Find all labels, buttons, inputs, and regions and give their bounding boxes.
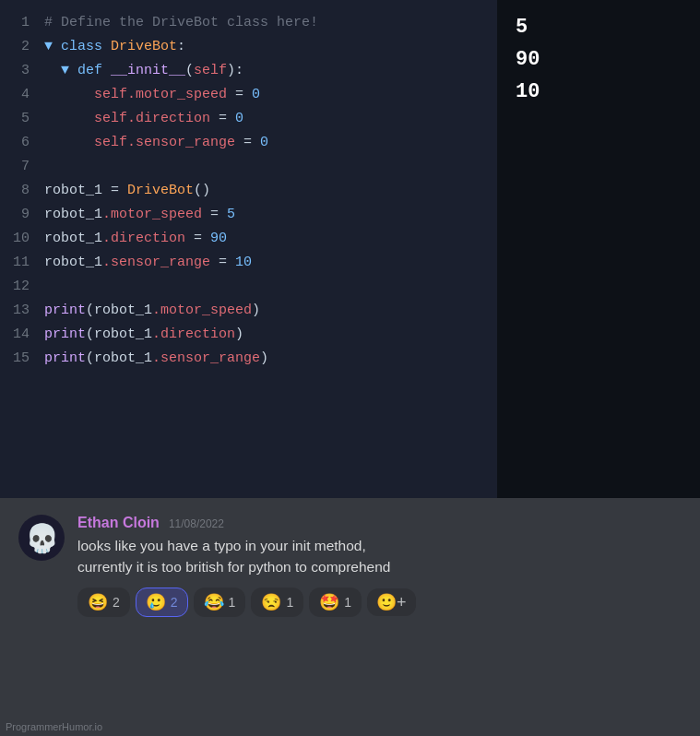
code-line: 3 ▼ def __innit__(self): [0, 59, 497, 83]
code-line: 8robot_1 = DriveBot() [0, 179, 497, 203]
avatar: 💀 [18, 515, 65, 561]
chat-section: 💀 Ethan Cloin 11/08/2022 looks like you … [0, 498, 700, 736]
code-token: = [210, 255, 235, 270]
code-line: 5 self.direction = 0 [0, 107, 497, 131]
code-token: ( [185, 63, 194, 78]
code-line: 1# Define the DriveBot class here! [0, 11, 497, 35]
code-line: 13print(robot_1.motor_speed) [0, 299, 497, 323]
code-token: robot_1 [44, 183, 102, 198]
code-token: DriveBot [127, 183, 194, 198]
code-token: robot_1 [94, 326, 152, 342]
username: Ethan Cloin [77, 515, 160, 531]
code-token: ) [252, 303, 260, 318]
line-number: 11 [0, 251, 44, 275]
line-number: 3 [0, 59, 44, 83]
add-reaction-button[interactable]: 🙂+ [367, 588, 416, 616]
code-token: print [44, 303, 86, 318]
line-number: 10 [0, 227, 44, 251]
message-header: Ethan Cloin 11/08/2022 [77, 515, 682, 531]
reaction-button[interactable]: 😆2 [77, 588, 130, 617]
code-token: 5 [227, 207, 235, 222]
code-token: .direction [152, 326, 235, 342]
line-content: print(robot_1.direction) [44, 323, 243, 347]
reaction-button[interactable]: 🤩1 [309, 588, 362, 617]
code-line: 15print(robot_1.sensor_range) [0, 347, 497, 371]
line-number: 12 [0, 275, 44, 299]
code-token: ): [227, 63, 243, 78]
code-token: : [177, 39, 185, 54]
code-line: 10robot_1.direction = 90 [0, 227, 497, 251]
reaction-count: 1 [344, 595, 351, 610]
code-token: ( [86, 350, 94, 366]
line-content: robot_1 = DriveBot() [44, 179, 210, 203]
code-token: = [235, 135, 260, 150]
code-token: ▼ [44, 63, 77, 78]
code-token: .motor_speed [102, 207, 202, 222]
line-content: self.motor_speed = 0 [44, 83, 260, 107]
code-line: 9robot_1.motor_speed = 5 [0, 203, 497, 227]
code-token: .motor_speed [127, 87, 227, 102]
code-token: robot_1 [44, 231, 102, 246]
reaction-emoji: 🤩 [319, 592, 339, 612]
line-number: 9 [0, 203, 44, 227]
code-line: 2▼ class DriveBot: [0, 35, 497, 59]
code-token: ▼ [44, 39, 61, 54]
code-token: 0 [260, 135, 268, 150]
code-token: print [44, 350, 86, 366]
line-number: 14 [0, 323, 44, 347]
output-area: 59010 [497, 0, 700, 498]
reaction-emoji: 😒 [261, 592, 281, 612]
code-token: = [102, 183, 127, 198]
line-content: self.direction = 0 [44, 107, 243, 131]
reaction-button[interactable]: 😂1 [194, 588, 246, 617]
code-token: self [44, 111, 127, 126]
code-token: .motor_speed [152, 303, 252, 318]
code-token: = [202, 207, 227, 222]
code-token: .direction [127, 111, 210, 126]
reaction-count: 1 [229, 595, 236, 610]
code-line: 7 [0, 155, 497, 179]
line-content: self.sensor_range = 0 [44, 131, 268, 155]
code-line: 12 [0, 275, 497, 299]
line-number: 1 [0, 11, 44, 35]
code-token: 10 [235, 255, 252, 270]
line-content: ▼ def __innit__(self): [44, 59, 243, 83]
code-token: .sensor_range [127, 135, 235, 150]
reaction-emoji: 😂 [204, 592, 224, 612]
watermark: ProgrammerHumor.io [6, 721, 102, 732]
reaction-button[interactable]: 😒1 [251, 588, 303, 617]
reaction-count: 1 [286, 595, 293, 610]
code-area: 1# Define the DriveBot class here!2▼ cla… [0, 0, 497, 498]
output-value: 10 [516, 76, 682, 108]
code-token: robot_1 [94, 303, 152, 318]
code-line: 14print(robot_1.direction) [0, 323, 497, 347]
code-token: self [44, 87, 127, 102]
output-value: 90 [516, 43, 682, 76]
code-token: = [210, 111, 235, 126]
code-token: .sensor_range [102, 255, 210, 270]
code-token: 90 [210, 231, 227, 246]
reaction-count: 2 [113, 595, 120, 610]
line-number: 4 [0, 83, 44, 107]
code-token: 0 [252, 87, 260, 102]
code-token: self [44, 135, 127, 150]
reaction-emoji: 😆 [88, 592, 108, 612]
code-token: = [227, 87, 252, 102]
code-token: ) [235, 326, 243, 342]
reactions-row: 😆2🥲2😂1😒1🤩1🙂+ [77, 588, 682, 617]
line-number: 2 [0, 35, 44, 59]
code-token: # Define the DriveBot class here! [44, 15, 318, 30]
message-content: Ethan Cloin 11/08/2022 looks like you ha… [77, 515, 682, 617]
line-content: robot_1.motor_speed = 5 [44, 203, 235, 227]
reaction-button[interactable]: 🥲2 [136, 588, 188, 617]
line-number: 8 [0, 179, 44, 203]
code-token: print [44, 326, 86, 342]
code-line: 6 self.sensor_range = 0 [0, 131, 497, 155]
code-token: .direction [102, 231, 185, 246]
line-number: 15 [0, 347, 44, 371]
reaction-count: 2 [171, 595, 178, 610]
app-container: 1# Define the DriveBot class here!2▼ cla… [0, 0, 700, 736]
line-content: robot_1.sensor_range = 10 [44, 251, 252, 275]
message-row: 💀 Ethan Cloin 11/08/2022 looks like you … [18, 515, 682, 617]
message-line1: looks like you have a typo in your init … [77, 538, 366, 553]
